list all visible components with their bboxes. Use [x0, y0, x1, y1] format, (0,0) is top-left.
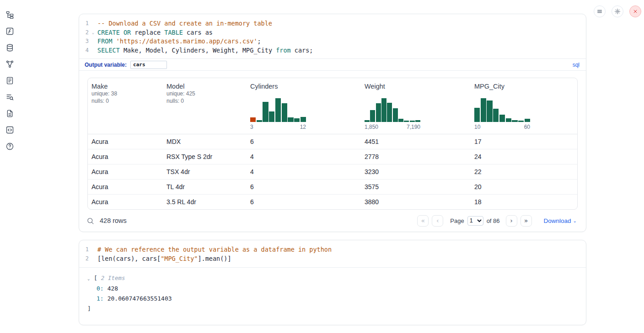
fold-spacer	[89, 19, 97, 28]
page-select[interactable]: 1	[467, 216, 483, 226]
menu-button[interactable]	[594, 5, 606, 17]
notepad-icon[interactable]	[5, 76, 14, 85]
function-square-icon[interactable]	[5, 27, 14, 36]
fold-spacer	[89, 254, 97, 264]
table-cell: 3880	[361, 195, 471, 210]
row-count: 428 rows	[100, 217, 127, 224]
histogram-bar	[393, 108, 398, 122]
items-count-label: 2 Items	[101, 273, 125, 283]
code-line[interactable]: 4SELECT Make, Model, Cylinders, Weight, …	[79, 46, 586, 55]
line-number: 2	[79, 254, 89, 264]
histogram-min-label: 3	[250, 124, 253, 130]
column-title: Weight	[365, 83, 466, 90]
search-icon[interactable]	[86, 217, 94, 225]
download-button[interactable]: Download ⌄	[544, 217, 577, 224]
table-cell: Acura	[88, 180, 163, 195]
column-header-weight[interactable]: Weight1,8507,190	[361, 78, 471, 134]
list-search-icon[interactable]	[5, 93, 14, 101]
first-page-button[interactable]: «	[417, 215, 429, 227]
histogram-min-label: 10	[474, 124, 480, 130]
column-header-cylinders[interactable]: Cylinders312	[247, 78, 361, 134]
code-line[interactable]: 2⌄CREATE OR replace TABLE cars as	[79, 28, 586, 37]
settings-button[interactable]	[612, 5, 623, 17]
code-text: # We can reference the output variable a…	[97, 245, 332, 254]
table-cell: RSX Type S 2dr	[163, 149, 247, 164]
histogram-bar	[512, 120, 517, 122]
code-line[interactable]: 1# We can reference the output variable …	[79, 245, 586, 254]
table-footer: 428 rows « ‹ Page 1 of 86 › »	[79, 210, 586, 232]
table-cell: Acura	[88, 195, 163, 210]
table-cell: 4	[247, 164, 361, 180]
column-stat: nulls: 0	[91, 97, 158, 105]
column-header-make[interactable]: Makeunique: 38nulls: 0	[88, 78, 163, 134]
last-page-icon: »	[524, 217, 528, 224]
code-text: CREATE OR replace TABLE cars as	[97, 28, 213, 37]
histogram-max-label: 12	[300, 124, 306, 130]
histogram-bar	[365, 120, 370, 122]
code-line[interactable]: 2[len(cars), cars["MPG_City"].mean()]	[79, 254, 586, 264]
histogram-bar	[263, 102, 268, 122]
python-code-editor[interactable]: 1# We can reference the output variable …	[79, 240, 586, 267]
file-tree-icon[interactable]	[5, 11, 14, 19]
document-icon[interactable]	[5, 109, 14, 118]
histogram-max-label: 7,190	[407, 124, 420, 130]
sidebar	[0, 0, 20, 333]
histogram-bar	[404, 121, 409, 122]
database-icon[interactable]	[5, 43, 14, 52]
python-output: ⌄ [ 2 Items 0:4281:20.060747663551403 ]	[79, 268, 586, 325]
page-label: Page	[450, 217, 464, 224]
fold-chevron-icon[interactable]: ⌄	[89, 28, 97, 37]
last-page-button[interactable]: »	[521, 215, 532, 227]
code-box-icon[interactable]	[5, 126, 14, 134]
histogram-mpg_city: 1060	[474, 98, 530, 130]
table-cell: 6	[247, 195, 361, 210]
python-cell: 1# We can reference the output variable …	[79, 240, 586, 325]
next-page-icon: ›	[510, 217, 513, 224]
graph-icon[interactable]	[5, 60, 14, 69]
table-cell: 3.5 RL 4dr	[163, 195, 247, 210]
line-number: 1	[79, 19, 89, 28]
table-row: AcuraTL 4dr6357520	[88, 180, 578, 195]
download-label: Download	[544, 217, 571, 224]
output-variable-input[interactable]	[130, 61, 167, 69]
gear-icon	[614, 8, 621, 15]
table-cell: 24	[471, 149, 578, 164]
histogram-bar	[275, 98, 281, 122]
sql-code-editor[interactable]: 1-- Download a CSV and create an in-memo…	[79, 14, 586, 58]
histogram-bar	[288, 117, 293, 122]
page-total-label: of 86	[487, 217, 500, 224]
histogram-bar	[282, 103, 287, 122]
sql-cell: 1-- Download a CSV and create an in-memo…	[79, 14, 586, 232]
table-row: AcuraTSX 4dr4323022	[88, 164, 578, 180]
histogram-bar	[525, 119, 530, 122]
code-line[interactable]: 3FROM 'https://datasets.marimo.app/cars.…	[79, 37, 586, 46]
column-stat: unique: 425	[166, 90, 242, 97]
column-header-mpg_city[interactable]: MPG_City1060	[471, 78, 578, 134]
line-number: 3	[79, 37, 89, 46]
notebook: 1-- Download a CSV and create an in-memo…	[79, 14, 586, 325]
code-text: -- Download a CSV and create an in-memor…	[97, 19, 272, 28]
table-cell: 3575	[361, 180, 471, 195]
output-entry: 0:428	[87, 284, 586, 294]
data-table: Makeunique: 38nulls: 0Modelunique: 425nu…	[87, 78, 578, 210]
histogram-bar	[506, 118, 511, 122]
table-cell: 6	[247, 180, 361, 195]
collapse-icon[interactable]: ⌄	[87, 274, 92, 284]
table-cell: 4	[247, 149, 361, 164]
table-row: AcuraRSX Type S 2dr4277824	[88, 149, 578, 164]
histogram-bar	[481, 98, 486, 122]
table-cell: Acura	[88, 149, 163, 164]
fold-spacer	[89, 46, 97, 55]
column-header-model[interactable]: Modelunique: 425nulls: 0	[163, 78, 247, 134]
next-page-button[interactable]: ›	[506, 215, 517, 227]
output-entries: 0:4281:20.060747663551403	[87, 284, 586, 304]
code-line[interactable]: 1-- Download a CSV and create an in-memo…	[79, 19, 586, 28]
histogram-bar	[381, 98, 386, 122]
open-bracket: [	[94, 273, 97, 283]
table-cell: 22	[471, 164, 578, 180]
shutdown-button[interactable]	[629, 5, 641, 17]
help-circle-icon[interactable]	[5, 142, 14, 151]
prev-page-button[interactable]: ‹	[432, 215, 443, 227]
histogram-min-label: 1,850	[365, 124, 378, 130]
histogram-bar	[250, 117, 256, 122]
